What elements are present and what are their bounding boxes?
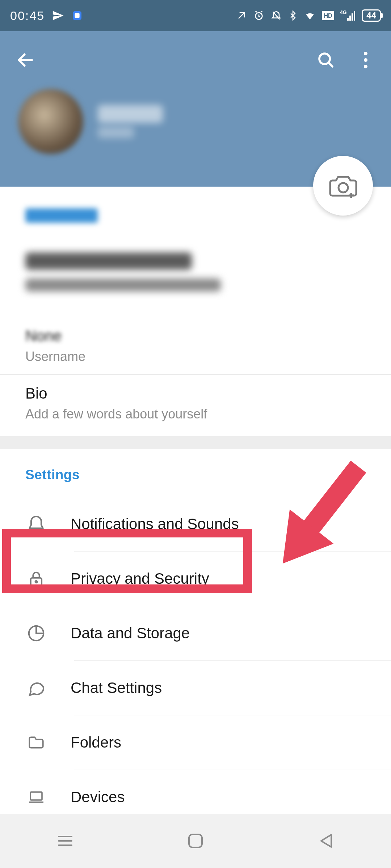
svg-rect-8 [352,13,353,21]
profile-status [98,127,134,138]
nav-back-button[interactable] [313,828,339,854]
setting-label: Chat Settings [71,679,162,697]
phone-number-label [25,278,221,292]
section-divider [0,436,391,449]
svg-point-13 [364,65,367,68]
settings-list: Notifications and Sounds Privacy and Sec… [0,497,391,825]
pie-icon [25,622,47,644]
bluetooth-icon [288,10,298,21]
svg-text:4G: 4G [340,10,347,15]
bio-item[interactable]: Bio Add a few words about yourself [0,374,391,436]
svg-text:HD: HD [324,13,332,19]
bio-label: Add a few words about yourself [25,407,366,422]
system-nav-bar [0,814,391,868]
svg-point-14 [339,183,348,192]
app-icon [71,10,83,21]
lock-icon [25,568,47,590]
nfc-icon [236,10,247,21]
battery-indicator: 44 [362,9,381,22]
profile-header [0,31,391,187]
setting-label: Data and Storage [71,625,190,642]
wifi-icon [304,10,316,21]
svg-rect-24 [189,834,202,847]
setting-label: Folders [71,734,121,751]
status-bar: 00:45 HD [0,0,391,31]
alarm-icon [253,10,265,21]
more-options-button[interactable] [355,49,377,71]
svg-rect-6 [347,18,349,21]
back-button[interactable] [14,49,36,71]
hd-icon: HD [322,11,334,20]
svg-rect-18 [30,792,42,800]
profile-name [98,105,163,123]
nav-home-button[interactable] [183,828,208,854]
phone-number-value [25,252,192,270]
status-time: 00:45 [10,9,45,23]
bio-value: Bio [25,385,366,402]
setting-label: Privacy and Security [71,570,209,587]
change-photo-button[interactable] [313,156,373,216]
chat-icon [25,677,47,699]
svg-rect-9 [354,11,355,21]
dnd-icon [270,10,282,21]
laptop-icon [25,786,47,808]
folder-icon [25,732,47,753]
signal-4g-icon: 4G [340,10,356,21]
settings-item-notifications[interactable]: Notifications and Sounds [0,497,391,551]
svg-point-11 [364,52,367,55]
telegram-icon [52,9,64,22]
settings-item-data-storage[interactable]: Data and Storage [0,606,391,660]
avatar[interactable] [18,89,83,154]
svg-rect-1 [75,13,79,18]
search-button[interactable] [315,49,337,71]
bell-icon [25,513,47,535]
nav-recents-button[interactable] [52,828,78,854]
settings-section-title: Settings [0,449,391,497]
svg-point-12 [364,58,367,62]
settings-item-folders[interactable]: Folders [0,715,391,770]
settings-item-privacy[interactable]: Privacy and Security [0,552,391,606]
setting-label: Devices [71,788,125,806]
svg-point-16 [35,581,37,583]
username-label: Username [25,349,366,364]
account-section-title [25,208,98,223]
svg-rect-7 [349,16,351,21]
username-item[interactable]: None Username [0,317,391,374]
username-value: None [25,327,366,345]
setting-label: Notifications and Sounds [71,515,239,533]
settings-item-chat[interactable]: Chat Settings [0,661,391,715]
